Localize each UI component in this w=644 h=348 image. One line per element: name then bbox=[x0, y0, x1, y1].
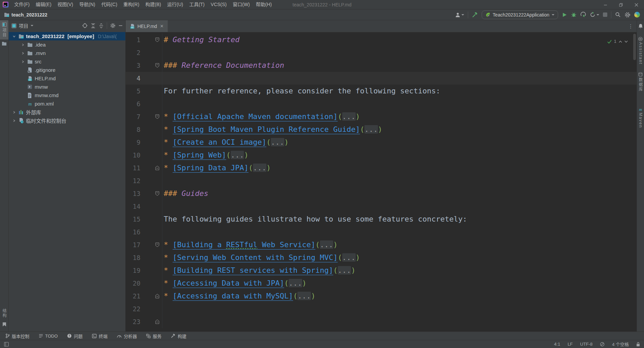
highlight-level-icon[interactable] bbox=[600, 342, 605, 347]
menu-item[interactable]: 代码(C) bbox=[98, 2, 120, 7]
tree-item[interactable]: .idea bbox=[9, 40, 125, 49]
code-editor[interactable]: 1 1# Getting Started23### Reference Docu… bbox=[126, 32, 637, 331]
menu-item[interactable]: 构建(B) bbox=[142, 2, 164, 7]
user-account-button[interactable] bbox=[455, 12, 464, 18]
menu-item[interactable]: 运行(U) bbox=[164, 2, 186, 7]
editor-line[interactable]: 16 bbox=[126, 226, 637, 238]
fold-marker-icon[interactable] bbox=[153, 315, 162, 328]
editor-line[interactable]: 2 bbox=[126, 46, 637, 59]
tool-stripe-assistant[interactable]: Assistant bbox=[637, 35, 644, 67]
next-problem-icon[interactable] bbox=[624, 40, 628, 43]
editor-line[interactable]: 9* [Create an OCI image](...) bbox=[126, 136, 637, 149]
notifications-button[interactable] bbox=[637, 22, 644, 31]
tree-item[interactable]: mvnw.cmd bbox=[9, 91, 125, 99]
tree-item[interactable]: 临时文件和控制台 bbox=[9, 116, 125, 125]
prev-problem-icon[interactable] bbox=[619, 40, 622, 43]
toolwindow-version-control[interactable]: 版本控制 bbox=[5, 333, 29, 339]
tree-item[interactable]: 外部库 bbox=[9, 108, 125, 116]
menu-item[interactable]: 窗口(W) bbox=[230, 2, 253, 7]
tool-stripe-maven[interactable]: m Maven bbox=[637, 105, 644, 130]
fold-marker-icon[interactable] bbox=[153, 110, 162, 123]
coverage-button[interactable] bbox=[590, 12, 599, 18]
editor-line[interactable]: 21* [Accessing data with MySQL](...) bbox=[126, 290, 637, 302]
tool-stripe-folder[interactable] bbox=[0, 39, 8, 48]
editor-line[interactable]: 6 bbox=[126, 97, 637, 110]
editor-line[interactable]: 10* [Spring Web](...) bbox=[126, 149, 637, 162]
locate-file-icon[interactable] bbox=[82, 23, 88, 28]
close-tab-icon[interactable]: ✕ bbox=[160, 24, 164, 29]
editor-line[interactable]: 4 bbox=[126, 72, 637, 85]
toolwindow-profiler[interactable]: 分析器 bbox=[117, 333, 137, 339]
tool-stripe-database[interactable]: 数据库 bbox=[637, 70, 644, 94]
fold-marker-icon[interactable] bbox=[153, 162, 162, 174]
chevron-down-icon[interactable] bbox=[31, 25, 33, 26]
tree-item[interactable]: MDHELP.md bbox=[9, 74, 125, 83]
menu-item[interactable]: 重构(R) bbox=[120, 2, 142, 7]
collapse-all-icon[interactable] bbox=[99, 23, 104, 28]
menu-item[interactable]: 编辑(E) bbox=[33, 2, 55, 7]
lock-icon[interactable] bbox=[636, 342, 640, 347]
editor-line[interactable]: 23 bbox=[126, 315, 637, 328]
editor-line[interactable]: 12 bbox=[126, 174, 637, 187]
tree-item[interactable]: mpom.xml bbox=[9, 99, 125, 108]
project-panel-title[interactable]: 项目 bbox=[19, 22, 28, 29]
file-encoding[interactable]: UTF-8 bbox=[580, 342, 592, 347]
tab-options-icon[interactable]: ⋮ bbox=[628, 23, 633, 29]
editor-scrollbar[interactable] bbox=[633, 34, 636, 60]
tree-chevron-icon[interactable] bbox=[11, 119, 17, 122]
tree-chevron-icon[interactable] bbox=[20, 60, 26, 63]
tree-chevron-icon[interactable] bbox=[20, 43, 26, 47]
tool-stripe-project[interactable]: 项目 bbox=[0, 20, 8, 39]
editor-line[interactable]: 8* [Spring Boot Maven Plugin Reference G… bbox=[126, 123, 637, 136]
editor-line[interactable]: 14 bbox=[126, 200, 637, 213]
tree-item[interactable]: .mvn bbox=[9, 49, 125, 57]
menu-item[interactable]: 帮助(H) bbox=[253, 2, 275, 7]
ide-profile-icon[interactable] bbox=[634, 12, 640, 18]
menu-item[interactable]: 视图(V) bbox=[55, 2, 76, 7]
editor-line[interactable]: 1# Getting Started bbox=[126, 33, 637, 46]
menu-item[interactable]: VCS(S) bbox=[208, 2, 230, 7]
fold-marker-icon[interactable] bbox=[153, 290, 162, 302]
expand-all-icon[interactable] bbox=[91, 23, 96, 28]
editor-line[interactable]: 18* [Serving Web Content with Spring MVC… bbox=[126, 251, 637, 264]
run-button[interactable] bbox=[562, 12, 567, 18]
toolwindow-services[interactable]: 服务 bbox=[146, 333, 161, 339]
tree-item[interactable]: mvnw bbox=[9, 83, 125, 91]
fold-marker-icon[interactable] bbox=[153, 187, 162, 200]
settings-gear-icon[interactable] bbox=[624, 12, 631, 18]
restore-button[interactable] bbox=[613, 0, 629, 9]
fold-marker-icon[interactable] bbox=[153, 59, 162, 72]
toolwindow-switcher-icon[interactable] bbox=[4, 342, 9, 347]
editor-line[interactable]: 22 bbox=[126, 302, 637, 315]
hide-panel-icon[interactable] bbox=[119, 24, 123, 28]
menu-item[interactable]: 工具(T) bbox=[186, 2, 208, 7]
profiler-button[interactable] bbox=[580, 12, 586, 18]
editor-line[interactable]: 13### Guides bbox=[126, 187, 637, 200]
tree-item[interactable]: teach_20231222[employee]D:\Java\( bbox=[9, 32, 125, 40]
close-window-button[interactable] bbox=[629, 0, 644, 9]
editor-line[interactable]: 3### Reference Documentation bbox=[126, 59, 637, 72]
project-breadcrumb[interactable]: teach_20231222 bbox=[4, 12, 47, 18]
editor-line[interactable]: 19* [Building REST services with Spring]… bbox=[126, 264, 637, 277]
editor-line[interactable]: 17* [Building a RESTful Web Service](...… bbox=[126, 238, 637, 251]
editor-line[interactable]: 5For further reference, please consider … bbox=[126, 85, 637, 97]
tree-item[interactable]: .gitignore bbox=[9, 66, 125, 74]
run-configuration-select[interactable]: Teach20231222Application bbox=[482, 10, 558, 19]
tool-stripe-structure[interactable]: 结构 bbox=[0, 307, 8, 320]
toolwindow-build[interactable]: 构建 bbox=[171, 333, 186, 339]
toolwindow-problems[interactable]: 问题 bbox=[67, 333, 83, 339]
editor-line[interactable]: 11* [Spring Data JPA](...) bbox=[126, 162, 637, 174]
editor-line[interactable]: 7* [Official Apache Maven documentation]… bbox=[126, 110, 637, 123]
tree-chevron-icon[interactable] bbox=[11, 111, 17, 114]
minimize-button[interactable] bbox=[598, 0, 613, 9]
toolwindow-todo[interactable]: TODO bbox=[39, 334, 58, 339]
menu-item[interactable]: 导航(N) bbox=[76, 2, 98, 7]
fold-marker-icon[interactable] bbox=[153, 33, 162, 46]
editor-line[interactable]: 15The following guides illustrate how to… bbox=[126, 213, 637, 226]
tab-help-md[interactable]: MD HELP.md ✕ bbox=[126, 20, 168, 32]
stop-button[interactable] bbox=[603, 12, 607, 17]
tool-stripe-bookmarks[interactable] bbox=[0, 320, 8, 329]
line-separator[interactable]: LF bbox=[568, 342, 573, 347]
editor-line[interactable]: 20* [Accessing Data with JPA](...) bbox=[126, 277, 637, 290]
build-hammer-icon[interactable] bbox=[472, 12, 478, 18]
